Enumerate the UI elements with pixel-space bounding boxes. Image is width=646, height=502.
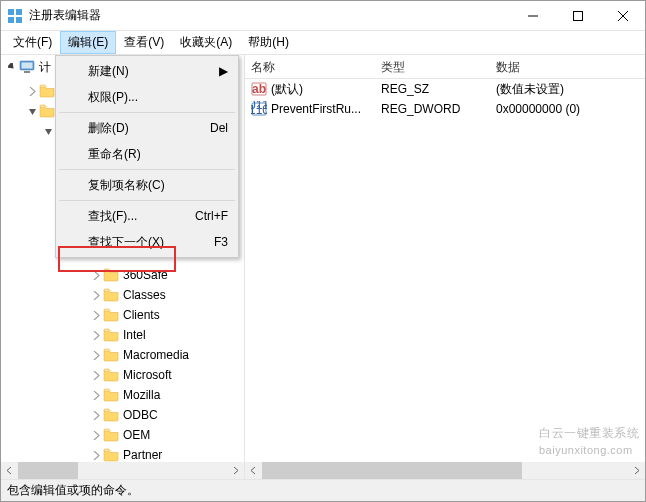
folder-icon [39,84,55,98]
scroll-left-icon[interactable] [245,462,262,479]
expander-closed-icon[interactable] [89,408,103,422]
tree-item[interactable]: Clients [1,305,244,325]
col-name[interactable]: 名称 [245,55,375,78]
list-pane: 名称 类型 数据 ab(默认)REG_SZ(数值未设置)011110Preven… [245,55,645,479]
folder-icon [103,448,119,462]
cell-name: ab(默认) [245,81,375,98]
tree-label: Clients [123,308,160,322]
svg-rect-0 [8,9,14,15]
menu-favorites[interactable]: 收藏夹(A) [172,31,240,54]
folder-icon [103,428,119,442]
expander-closed-icon[interactable] [89,448,103,462]
cell-name: 011110PreventFirstRu... [245,101,375,117]
svg-text:ab: ab [252,82,266,96]
tree-label: Partner [123,448,162,462]
tree-item[interactable]: Classes [1,285,244,305]
col-type[interactable]: 类型 [375,55,490,78]
list-header: 名称 类型 数据 [245,55,645,79]
expander-closed-icon[interactable] [89,328,103,342]
svg-text:110: 110 [251,103,267,117]
svg-rect-10 [24,71,30,73]
tree-label: Macromedia [123,348,189,362]
app-icon [7,8,23,24]
list-row[interactable]: 011110PreventFirstRu...REG_DWORD0x000000… [245,99,645,119]
folder-icon [39,104,55,118]
col-data[interactable]: 数据 [490,55,645,78]
menu-view[interactable]: 查看(V) [116,31,172,54]
list-hscrollbar[interactable] [245,462,645,479]
expander-open-icon[interactable] [5,60,19,74]
menu-rename[interactable]: 重命名(R) [58,141,236,167]
submenu-arrow-icon: ▶ [219,64,228,78]
expander-closed-icon[interactable] [89,368,103,382]
folder-icon [103,328,119,342]
window-controls [510,1,645,30]
tree-item[interactable]: OEM [1,425,244,445]
svg-rect-2 [8,17,14,23]
menu-find[interactable]: 查找(F)... Ctrl+F [58,203,236,229]
svg-rect-9 [22,63,33,69]
svg-rect-3 [16,17,22,23]
folder-icon [103,288,119,302]
tree-label: Microsoft [123,368,172,382]
minimize-button[interactable] [510,1,555,30]
scroll-thumb[interactable] [262,462,522,479]
expander-icon[interactable] [41,124,55,138]
scroll-left-icon[interactable] [1,462,18,479]
expander-open-icon[interactable] [25,104,39,118]
folder-icon [103,348,119,362]
tree-label: 360Safe [123,268,168,282]
menu-separator [59,112,235,113]
close-button[interactable] [600,1,645,30]
scroll-right-icon[interactable] [628,462,645,479]
cell-data: 0x00000000 (0) [490,102,645,116]
tree-item[interactable]: Microsoft [1,365,244,385]
folder-icon [103,308,119,322]
tree-label: Classes [123,288,166,302]
menu-find-next[interactable]: 查找下一个(X) F3 [58,229,236,255]
folder-icon [103,268,119,282]
expander-closed-icon[interactable] [89,268,103,282]
menu-new[interactable]: 新建(N) ▶ [58,58,236,84]
menu-delete[interactable]: 删除(D) Del [58,115,236,141]
menu-copy-key-name[interactable]: 复制项名称(C) [58,172,236,198]
folder-icon [103,408,119,422]
tree-item[interactable]: Mozilla [1,385,244,405]
tree-item[interactable]: ODBC [1,405,244,425]
tree-label: OEM [123,428,150,442]
scroll-thumb[interactable] [18,462,78,479]
menu-file[interactable]: 文件(F) [5,31,60,54]
tree-item[interactable]: Intel [1,325,244,345]
string-value-icon: ab [251,81,267,97]
main-area: 计 360SafeClassesClientsIntelMacromediaMi… [1,55,645,479]
scroll-right-icon[interactable] [227,462,244,479]
tree-item[interactable]: 360Safe [1,265,244,285]
expander-closed-icon[interactable] [89,428,103,442]
menu-separator [59,200,235,201]
cell-data: (数值未设置) [490,81,645,98]
list-row[interactable]: ab(默认)REG_SZ(数值未设置) [245,79,645,99]
folder-icon [103,368,119,382]
tree-hscrollbar[interactable] [1,462,244,479]
tree-label: Mozilla [123,388,160,402]
edit-dropdown-menu: 新建(N) ▶ 权限(P)... 删除(D) Del 重命名(R) 复制项名称(… [55,55,239,258]
list-body[interactable]: ab(默认)REG_SZ(数值未设置)011110PreventFirstRu.… [245,79,645,119]
expander-closed-icon[interactable] [89,288,103,302]
status-text: 包含编辑值或项的命令。 [7,482,139,499]
menu-edit[interactable]: 编辑(E) [60,31,116,54]
expander-closed-icon[interactable] [89,348,103,362]
expander-closed-icon[interactable] [25,84,39,98]
cell-type: REG_DWORD [375,102,490,116]
maximize-button[interactable] [555,1,600,30]
tree-label: Intel [123,328,146,342]
tree-item[interactable] [1,81,59,101]
expander-closed-icon[interactable] [89,308,103,322]
title-bar: 注册表编辑器 [1,1,645,31]
svg-rect-1 [16,9,22,15]
menu-permissions[interactable]: 权限(P)... [58,84,236,110]
tree-item[interactable]: Macromedia [1,345,244,365]
menu-help[interactable]: 帮助(H) [240,31,297,54]
tree-item[interactable] [1,101,59,121]
expander-closed-icon[interactable] [89,388,103,402]
binary-value-icon: 011110 [251,101,267,117]
